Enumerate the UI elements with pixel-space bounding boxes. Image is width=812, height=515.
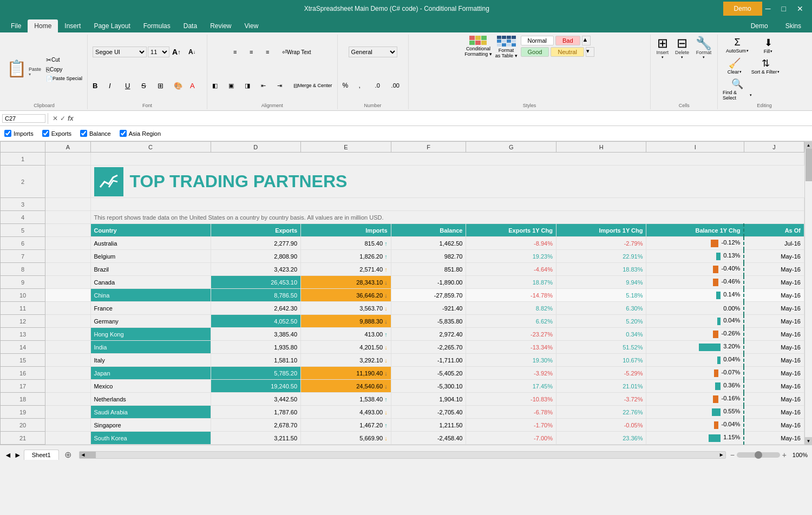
decimal-increase-button[interactable]: .0 (374, 82, 389, 89)
zoom-slider[interactable] (737, 452, 780, 458)
cell-exports-19[interactable]: 1,787.60 (211, 406, 301, 419)
cell-i1y-21[interactable]: 23.36% (556, 432, 646, 445)
cell-imports-15[interactable]: 3,292.10 ↓ (301, 354, 391, 367)
cell-e1y-12[interactable]: 6.62% (466, 315, 556, 328)
cell-country-20[interactable]: Singapore (90, 419, 211, 432)
zoom-in-button[interactable]: + (782, 451, 787, 459)
cell-b1y-8[interactable]: -0.40% (646, 263, 744, 276)
format-cells-button[interactable]: 🔧 Format ▾ (693, 36, 714, 61)
strikethrough-button[interactable]: S (140, 81, 155, 90)
scroll-thumb-v[interactable] (806, 149, 812, 181)
cell-asof-7[interactable]: May-16 (744, 250, 804, 263)
cell-asof-20[interactable]: May-16 (744, 419, 804, 432)
cell-exports-8[interactable]: 3,423.20 (211, 263, 301, 276)
cell-i1y-12[interactable]: 5.20% (556, 315, 646, 328)
cell-i1y-14[interactable]: 51.52% (556, 341, 646, 354)
cell-i1y-7[interactable]: 22.91% (556, 250, 646, 263)
h-scroll-right[interactable]: ► (718, 452, 725, 458)
cell-country-12[interactable]: Germany (90, 315, 211, 328)
cell-b1y-7[interactable]: 0.13% (646, 250, 744, 263)
col-header-c[interactable]: C (90, 142, 211, 153)
tab-formulas[interactable]: Formulas (137, 19, 177, 32)
cell-a11[interactable] (45, 302, 90, 315)
cell-imports-19[interactable]: 4,493.00 ↓ (301, 406, 391, 419)
style-bad-badge[interactable]: Bad (555, 36, 580, 45)
cell-balance-19[interactable]: -2,705.40 (391, 406, 466, 419)
cell-i1y-9[interactable]: 9.94% (556, 276, 646, 289)
cell-asof-16[interactable]: May-16 (744, 367, 804, 380)
align-center-button[interactable]: ▣ (227, 82, 242, 90)
prev-sheet-button[interactable]: ◄ (4, 451, 12, 459)
font-size-decrease-button[interactable]: A ↓ (187, 48, 202, 56)
cell-e1y-20[interactable]: -1.70% (466, 419, 556, 432)
header-exports[interactable]: Exports (211, 224, 301, 237)
tab-file[interactable]: File (4, 19, 28, 32)
cell-asof-15[interactable]: May-16 (744, 354, 804, 367)
cell-asof-6[interactable]: Jul-16 (744, 237, 804, 250)
border-button[interactable]: ⊞ (156, 81, 171, 90)
cell-exports-21[interactable]: 3,211.50 (211, 432, 301, 445)
cell-i1y-13[interactable]: 0.34% (556, 328, 646, 341)
cell-b1y-16[interactable]: -0.07% (646, 367, 744, 380)
zoom-thumb[interactable] (755, 451, 762, 459)
col-header-d[interactable]: D (211, 142, 301, 153)
style-neutral-badge[interactable]: Neutral (551, 47, 584, 57)
enter-formula-icon[interactable]: ✓ (60, 115, 66, 122)
cell-balance-17[interactable]: -5,300.10 (391, 380, 466, 393)
align-top-button[interactable]: ≡ (232, 48, 247, 56)
underline-button[interactable]: U (123, 81, 139, 90)
cell-e1y-14[interactable]: -13.34% (466, 341, 556, 354)
cell-imports-12[interactable]: 9,888.30 ↓ (301, 315, 391, 328)
h-scroll-left[interactable]: ◄ (80, 452, 87, 458)
cell-e1y-18[interactable]: -10.83% (466, 393, 556, 406)
cell-country-14[interactable]: India (90, 341, 211, 354)
cell-c3[interactable] (90, 198, 804, 211)
cell-b1y-15[interactable]: 0.04% (646, 354, 744, 367)
number-format-select[interactable]: General Number Currency Percentage (349, 47, 397, 57)
tab-data[interactable]: Data (177, 19, 204, 32)
header-country[interactable]: Country (90, 224, 211, 237)
cell-exports-16[interactable]: 5,785.20 (211, 367, 301, 380)
bold-button[interactable]: B (91, 81, 106, 90)
cell-a7[interactable] (45, 250, 90, 263)
cell-a20[interactable] (45, 419, 90, 432)
cell-b1y-12[interactable]: 0.04% (646, 315, 744, 328)
cell-asof-9[interactable]: May-16 (744, 276, 804, 289)
cell-balance-10[interactable]: -27,859.70 (391, 289, 466, 302)
cell-asof-17[interactable]: May-16 (744, 380, 804, 393)
col-header-i[interactable]: I (646, 142, 744, 153)
cell-e1y-7[interactable]: 19.23% (466, 250, 556, 263)
cell-country-11[interactable]: France (90, 302, 211, 315)
cell-e1y-16[interactable]: -3.92% (466, 367, 556, 380)
next-sheet-button[interactable]: ► (14, 451, 22, 459)
tab-view[interactable]: View (238, 19, 265, 32)
cell-balance-6[interactable]: 1,462.50 (391, 237, 466, 250)
tab-demo-right[interactable]: Demo (744, 19, 775, 32)
cell-a21[interactable] (45, 432, 90, 445)
style-normal-badge[interactable]: Normal (521, 36, 554, 45)
sort-filter-button[interactable]: ⇅ Sort & Filter ▾ (749, 56, 782, 76)
autosum-button[interactable]: Σ AutoSum ▾ (721, 36, 754, 55)
cell-b1y-11[interactable]: 0.00% (646, 302, 744, 315)
cell-imports-8[interactable]: 2,571.40 ↑ (301, 263, 391, 276)
copy-button[interactable]: ⎘ Copy (44, 65, 84, 74)
cell-exports-12[interactable]: 4,052.50 (211, 315, 301, 328)
insert-cells-button[interactable]: ⊞ Insert ▾ (654, 36, 671, 61)
styles-scroll-up[interactable]: ▲ (582, 36, 591, 45)
comma-button[interactable]: , (357, 81, 372, 90)
cell-a4[interactable] (45, 211, 90, 224)
cell-b1y-17[interactable]: 0.36% (646, 380, 744, 393)
wrap-text-button[interactable]: ⏎ Wrap Text (280, 48, 313, 56)
cell-imports-9[interactable]: 28,343.10 ↓ (301, 276, 391, 289)
tab-skins[interactable]: Skins (779, 19, 808, 32)
cell-balance-20[interactable]: 1,211.50 (391, 419, 466, 432)
cell-balance-8[interactable]: 851.80 (391, 263, 466, 276)
cut-button[interactable]: ✂ Cut (44, 56, 84, 64)
cell-asof-18[interactable]: May-16 (744, 393, 804, 406)
sheet-tab-1[interactable]: Sheet1 (24, 450, 59, 460)
cell-i1y-18[interactable]: -3.72% (556, 393, 646, 406)
cell-exports-20[interactable]: 2,678.70 (211, 419, 301, 432)
cell-e1y-15[interactable]: 19.30% (466, 354, 556, 367)
cell-exports-18[interactable]: 3,442.50 (211, 393, 301, 406)
cell-a14[interactable] (45, 341, 90, 354)
